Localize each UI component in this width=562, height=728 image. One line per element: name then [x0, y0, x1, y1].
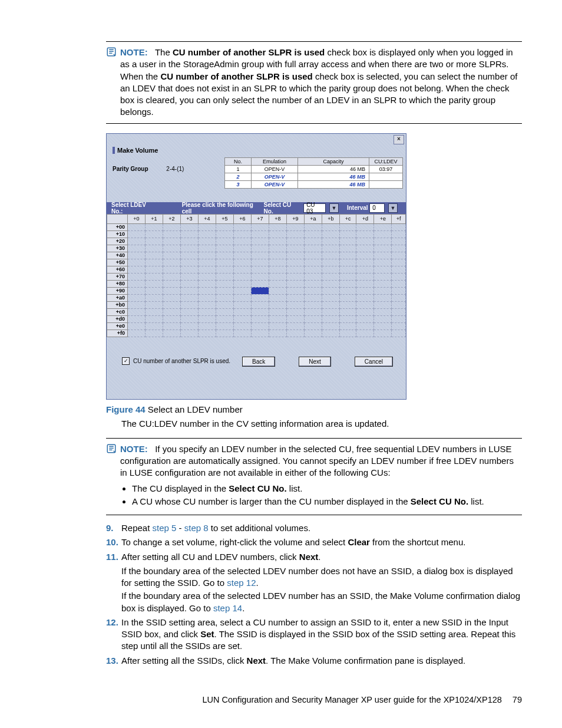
cancel-button[interactable]: Cancel — [355, 357, 393, 367]
ldev-cell[interactable] — [339, 245, 356, 252]
ldev-cell[interactable] — [216, 266, 233, 273]
ldev-cell[interactable] — [163, 301, 180, 308]
ldev-cell[interactable] — [233, 252, 251, 259]
interval-dropdown-icon[interactable]: ▼ — [388, 203, 398, 213]
ldev-cell[interactable] — [180, 259, 198, 266]
ldev-cell[interactable] — [322, 273, 339, 280]
ldev-cell[interactable] — [128, 238, 146, 245]
ldev-cell[interactable] — [180, 280, 198, 287]
ldev-cell[interactable] — [339, 308, 356, 315]
ldev-cell[interactable] — [251, 308, 269, 315]
ldev-cell[interactable] — [198, 230, 216, 238]
ldev-cell[interactable] — [145, 238, 163, 245]
ldev-cell[interactable] — [304, 330, 322, 337]
ldev-cell[interactable] — [322, 315, 339, 322]
ldev-cell[interactable] — [374, 223, 392, 230]
ldev-cell[interactable] — [198, 280, 216, 287]
ldev-cell[interactable] — [286, 280, 304, 287]
ldev-cell[interactable] — [304, 294, 322, 301]
ldev-cell[interactable] — [286, 294, 304, 301]
ldev-cell[interactable] — [128, 330, 146, 337]
ldev-cell[interactable] — [286, 252, 304, 259]
ldev-cell[interactable] — [356, 308, 374, 315]
ldev-cell[interactable] — [269, 330, 286, 337]
ldev-cell[interactable] — [356, 266, 374, 273]
ldev-cell[interactable] — [356, 287, 374, 294]
ldev-cell[interactable] — [198, 322, 216, 330]
ldev-cell[interactable] — [198, 259, 216, 266]
ldev-cell[interactable] — [269, 294, 286, 301]
ldev-cell[interactable] — [233, 294, 251, 301]
ldev-cell[interactable] — [304, 259, 322, 266]
ldev-cell[interactable] — [163, 238, 180, 245]
ldev-cell[interactable] — [356, 245, 374, 252]
ldev-cell[interactable] — [304, 287, 322, 294]
ldev-cell[interactable] — [233, 301, 251, 308]
ldev-cell[interactable] — [233, 259, 251, 266]
ldev-cell[interactable] — [392, 287, 406, 294]
ldev-cell[interactable] — [251, 252, 269, 259]
ldev-cell[interactable] — [339, 266, 356, 273]
ldev-cell[interactable] — [322, 308, 339, 315]
ldev-cell[interactable] — [145, 280, 163, 287]
ldev-cell[interactable] — [392, 230, 406, 238]
ldev-cell[interactable] — [269, 273, 286, 280]
ldev-cell[interactable] — [198, 223, 216, 230]
ldev-cell[interactable] — [198, 301, 216, 308]
ldev-cell[interactable] — [339, 322, 356, 330]
ldev-cell[interactable] — [233, 322, 251, 330]
close-icon[interactable]: × — [394, 135, 404, 144]
ldev-cell[interactable] — [163, 223, 180, 230]
ldev-cell[interactable] — [304, 315, 322, 322]
cv-row[interactable]: 3 OPEN-V 46 MB — [225, 180, 403, 188]
ldev-cell[interactable] — [269, 322, 286, 330]
ldev-cell[interactable] — [163, 308, 180, 315]
ldev-cell[interactable] — [322, 230, 339, 238]
ldev-cell[interactable] — [392, 223, 406, 230]
ldev-cell[interactable] — [216, 252, 233, 259]
ldev-cell[interactable] — [180, 223, 198, 230]
ldev-cell[interactable] — [322, 259, 339, 266]
ldev-cell[interactable] — [216, 301, 233, 308]
ldev-cell[interactable] — [145, 273, 163, 280]
ldev-cell[interactable] — [392, 245, 406, 252]
ldev-cell[interactable] — [251, 230, 269, 238]
ldev-cell[interactable] — [392, 252, 406, 259]
link-step-14[interactable]: step 14 — [213, 603, 242, 613]
ldev-cell[interactable] — [339, 259, 356, 266]
ldev-cell[interactable] — [233, 273, 251, 280]
ldev-cell[interactable] — [251, 301, 269, 308]
ldev-cell[interactable] — [356, 259, 374, 266]
ldev-cell[interactable] — [339, 223, 356, 230]
ldev-cell[interactable] — [233, 287, 251, 294]
ldev-cell[interactable] — [128, 280, 146, 287]
ldev-cell[interactable] — [180, 308, 198, 315]
ldev-cell[interactable] — [392, 294, 406, 301]
ldev-cell[interactable] — [356, 294, 374, 301]
ldev-cell[interactable] — [198, 330, 216, 337]
ldev-cell[interactable] — [356, 230, 374, 238]
ldev-cell[interactable] — [145, 245, 163, 252]
ldev-cell[interactable] — [269, 301, 286, 308]
ldev-cell[interactable] — [233, 308, 251, 315]
ldev-cell[interactable] — [198, 287, 216, 294]
ldev-cell[interactable] — [251, 266, 269, 273]
next-button[interactable]: Next — [299, 357, 331, 367]
ldev-cell[interactable] — [269, 308, 286, 315]
ldev-cell[interactable] — [145, 252, 163, 259]
ldev-cell[interactable] — [392, 301, 406, 308]
ldev-cell[interactable] — [163, 294, 180, 301]
ldev-cell[interactable] — [356, 223, 374, 230]
ldev-cell[interactable] — [180, 322, 198, 330]
ldev-cell[interactable] — [392, 322, 406, 330]
ldev-cell[interactable] — [145, 266, 163, 273]
ldev-cell[interactable] — [163, 330, 180, 337]
ldev-cell[interactable] — [322, 223, 339, 230]
ldev-cell[interactable] — [180, 287, 198, 294]
ldev-cell[interactable] — [286, 266, 304, 273]
ldev-cell[interactable] — [198, 308, 216, 315]
ldev-cell[interactable] — [392, 330, 406, 337]
ldev-cell[interactable] — [216, 287, 233, 294]
ldev-cell[interactable] — [392, 238, 406, 245]
ldev-cell[interactable] — [304, 252, 322, 259]
